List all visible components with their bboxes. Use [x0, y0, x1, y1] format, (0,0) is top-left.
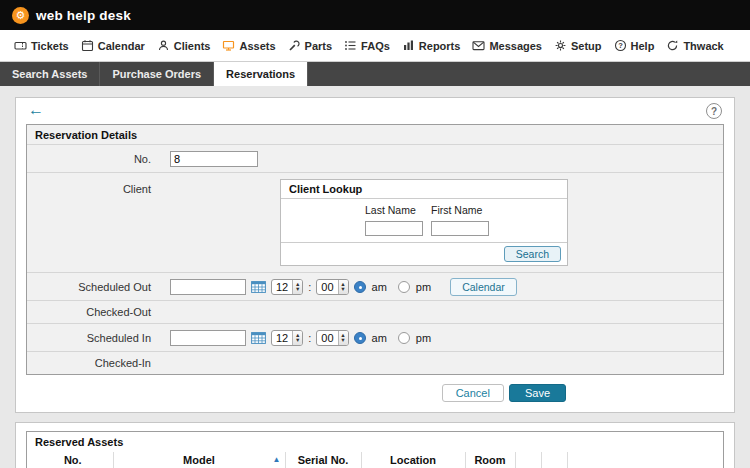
nav-item-setup[interactable]: Setup — [554, 39, 602, 52]
cancel-button[interactable]: Cancel — [442, 384, 504, 402]
refresh-circle-icon — [666, 39, 679, 52]
calendar-icon — [81, 39, 94, 52]
scheduled-out-minute-spinner[interactable]: 00 — [316, 279, 348, 295]
nav-label: Messages — [489, 40, 542, 52]
question-circle-icon: ? — [614, 39, 627, 52]
scheduled-in-am-radio[interactable] — [354, 332, 366, 344]
column-header-serial[interactable]: Serial No. — [285, 452, 361, 468]
actions-column-header — [515, 452, 541, 468]
column-label: Model — [183, 454, 215, 466]
last-name-field: Last Name — [365, 204, 423, 236]
top-bar: web help desk — [0, 0, 750, 30]
client-label: Client — [27, 179, 165, 195]
calendar-picker-icon[interactable] — [251, 331, 266, 344]
nav-label: Thwack — [683, 40, 723, 52]
save-button[interactable]: Save — [509, 384, 566, 402]
time-separator: : — [308, 281, 311, 293]
field-row-scheduled-in: Scheduled In 12 : 00 am pm — [27, 323, 723, 351]
stepper-arrows-icon — [338, 331, 348, 345]
reserved-assets-panel: Reserved Assets No. Model Serial No. Loc… — [15, 422, 735, 468]
reservation-no-input[interactable] — [170, 151, 258, 167]
envelope-icon — [472, 39, 485, 52]
reservation-details-title: Reservation Details — [27, 125, 723, 144]
column-header-location[interactable]: Location — [361, 452, 465, 468]
am-label[interactable]: am — [372, 281, 387, 293]
scheduled-in-pm-radio[interactable] — [398, 332, 410, 344]
nav-label: FAQs — [361, 40, 390, 52]
tab-purchase-orders[interactable]: Purchase Orders — [100, 62, 214, 86]
field-row-scheduled-out: Scheduled Out 12 : 00 am pm Calendar — [27, 272, 723, 300]
nav-label: Setup — [571, 40, 602, 52]
nav-item-messages[interactable]: Messages — [472, 39, 542, 52]
brand-title: web help desk — [36, 8, 131, 23]
minute-value: 00 — [317, 331, 337, 345]
reservation-details-box: Reservation Details No. Client Client Lo… — [26, 124, 724, 375]
faqs-icon — [344, 39, 357, 52]
pm-label[interactable]: pm — [416, 332, 431, 344]
actions-column-header — [541, 452, 567, 468]
tickets-icon — [14, 39, 27, 52]
nav-item-faqs[interactable]: FAQs — [344, 39, 390, 52]
scheduled-out-hour-spinner[interactable]: 12 — [271, 279, 303, 295]
sort-ascending-icon — [273, 456, 281, 464]
scheduled-in-minute-spinner[interactable]: 00 — [316, 330, 348, 346]
am-label[interactable]: am — [372, 332, 387, 344]
nav-item-tickets[interactable]: Tickets — [14, 39, 69, 52]
column-header-no[interactable]: No. — [33, 452, 113, 468]
nav-item-help[interactable]: ? Help — [614, 39, 655, 52]
tab-reservations[interactable]: Reservations — [214, 62, 308, 86]
nav-item-assets[interactable]: Assets — [222, 39, 275, 52]
checked-in-label: Checked-In — [27, 357, 165, 369]
stepper-arrows-icon — [292, 280, 302, 294]
calendar-button[interactable]: Calendar — [450, 278, 517, 296]
search-button[interactable]: Search — [504, 246, 561, 262]
scheduled-out-label: Scheduled Out — [27, 281, 165, 293]
reservation-panel: Reservation Details No. Client Client Lo… — [15, 97, 735, 413]
nav-item-calendar[interactable]: Calendar — [81, 39, 145, 52]
client-lookup-footer: Search — [281, 242, 567, 265]
nav-item-reports[interactable]: Reports — [402, 39, 461, 52]
stepper-arrows-icon — [292, 331, 302, 345]
reports-icon — [402, 39, 415, 52]
nav-item-parts[interactable]: Parts — [288, 39, 333, 52]
table-header-row: No. Model Serial No. Location Room — [33, 452, 593, 468]
column-header-room[interactable]: Room — [465, 452, 515, 468]
nav-label: Assets — [239, 40, 275, 52]
web-help-desk-logo — [12, 7, 29, 24]
assets-icon — [222, 39, 235, 52]
column-header-model[interactable]: Model — [113, 452, 285, 468]
scheduled-out-pm-radio[interactable] — [398, 281, 410, 293]
field-row-client: Client Client Lookup Last Name First Nam… — [27, 172, 723, 272]
client-lookup-body: Last Name First Name — [281, 199, 567, 242]
last-name-input[interactable] — [365, 221, 423, 236]
pm-label[interactable]: pm — [416, 281, 431, 293]
back-arrow-icon[interactable] — [28, 102, 44, 118]
page-help-icon[interactable] — [706, 103, 722, 119]
form-actions: Cancel Save — [26, 375, 724, 412]
nav-label: Calendar — [98, 40, 145, 52]
scheduled-in-label: Scheduled In — [27, 332, 165, 344]
scheduled-in-date-input[interactable] — [170, 330, 246, 346]
field-row-checked-in: Checked-In — [27, 351, 723, 374]
nav-label: Help — [631, 40, 655, 52]
client-lookup-title: Client Lookup — [281, 180, 567, 199]
minute-value: 00 — [317, 280, 337, 294]
hour-value: 12 — [272, 280, 292, 294]
reserved-assets-title: Reserved Assets — [27, 432, 723, 451]
actions-column-header — [567, 452, 593, 468]
scheduled-out-date-input[interactable] — [170, 279, 246, 295]
calendar-picker-icon[interactable] — [251, 280, 266, 293]
first-name-input[interactable] — [431, 221, 489, 236]
field-row-checked-out: Checked-Out — [27, 300, 723, 323]
scheduled-out-am-radio[interactable] — [354, 281, 366, 293]
nav-label: Reports — [419, 40, 461, 52]
tab-search-assets[interactable]: Search Assets — [0, 62, 100, 86]
nav-item-clients[interactable]: Clients — [157, 39, 211, 52]
nav-label: Parts — [305, 40, 333, 52]
parts-icon — [288, 39, 301, 52]
field-row-no: No. — [27, 144, 723, 172]
scheduled-in-hour-spinner[interactable]: 12 — [271, 330, 303, 346]
gear-icon — [554, 39, 567, 52]
checked-out-label: Checked-Out — [27, 306, 165, 318]
nav-item-thwack[interactable]: Thwack — [666, 39, 723, 52]
